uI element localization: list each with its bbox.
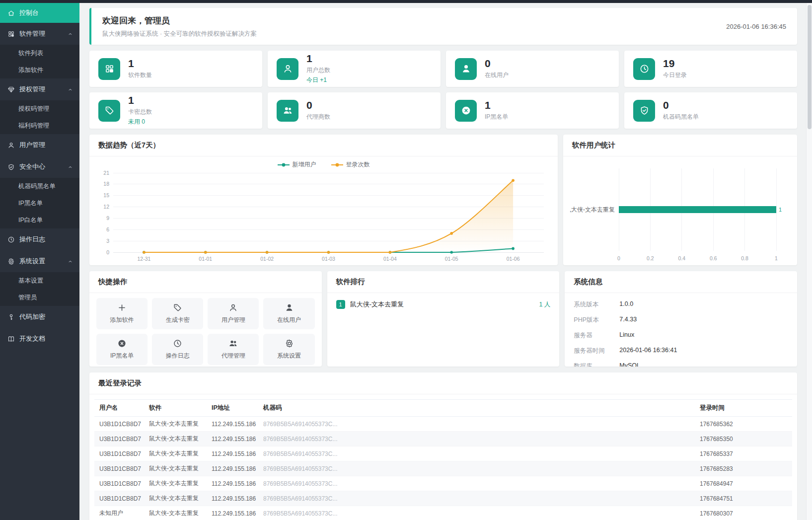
login-records-table-wrap: 用户名软件IP地址机器码登录时间U3B1D1CB8D7鼠大侠-文本去重复112.…	[89, 394, 797, 520]
user-solid-icon	[455, 58, 477, 80]
quick-action-IP黑名单[interactable]: IP黑名单	[96, 334, 148, 365]
stat-label: 卡密总数	[128, 108, 152, 116]
user-icon	[228, 303, 238, 312]
sidebar-item-label: 授权管理	[19, 85, 45, 94]
page-subtitle: 鼠大侠网络验证系统 · 安全可靠的软件授权验证解决方案	[102, 30, 257, 38]
sidebar-item-welfare-code-mgmt[interactable]: 福利码管理	[0, 117, 79, 134]
table-cell: 1767685362	[695, 417, 792, 432]
stat-card: 19今日登录	[624, 51, 797, 87]
sidebar-item-add-software[interactable]: 添加软件	[0, 62, 79, 78]
trend-chart-title: 数据趋势（近7天）	[89, 135, 558, 156]
sidebar-item-license-code-mgmt[interactable]: 授权码管理	[0, 100, 79, 117]
table-cell: 112.249.155.186	[207, 432, 258, 446]
stat-text: 1用户总数今日 +1	[306, 53, 330, 84]
stat-text: 0在线用户	[485, 58, 509, 79]
sidebar-item-code-encryption[interactable]: 代码加密	[0, 306, 79, 328]
software-stats-card: 软件用户统计 00.20.40.60.81鼠大侠-文本去重复1	[563, 135, 797, 265]
stat-value: 1	[128, 58, 152, 69]
welcome-card: 欢迎回来，管理员 鼠大侠网络验证系统 · 安全可靠的软件授权验证解决方案 202…	[89, 8, 797, 45]
table-cell: 鼠大侠-文本去重复	[144, 476, 207, 491]
sidebar-item-label: 用户管理	[19, 141, 45, 149]
table-cell: 112.249.155.186	[207, 417, 258, 432]
system-info-value: 1.0.0	[619, 300, 633, 309]
chevron-up-icon	[68, 31, 74, 37]
svg-text:01-04: 01-04	[383, 256, 397, 262]
software-rank-list: 1鼠大侠-文本去重复1 人	[327, 293, 560, 316]
table-cell: 8769B5B5A6914055373C...	[258, 506, 695, 520]
quick-action-生成卡密[interactable]: 生成卡密	[152, 298, 203, 329]
sidebar-item-basic-settings[interactable]: 基本设置	[0, 272, 79, 289]
svg-text:9: 9	[106, 215, 109, 221]
sidebar-item-label: 操作日志	[19, 235, 45, 244]
tag-icon	[173, 303, 182, 312]
table-cell: 鼠大侠-文本去重复	[144, 491, 207, 506]
stat-label: 今日登录	[663, 71, 687, 79]
sidebar-item-label: 福利码管理	[18, 122, 50, 130]
table-cell: 鼠大侠-文本去重复	[144, 461, 207, 476]
user-solid-icon	[285, 303, 294, 312]
mid-row: 快捷操作 添加软件生成卡密用户管理在线用户IP黑名单操作日志代理管理系统设置 软…	[89, 271, 797, 367]
quick-action-用户管理[interactable]: 用户管理	[208, 298, 259, 329]
table-cell: 8769B5B5A6914055373C...	[258, 476, 695, 491]
gear-icon	[7, 257, 15, 265]
table-row: U3B1D1CB8D7鼠大侠-文本去重复112.249.155.1868769B…	[94, 446, 792, 461]
sidebar-item-software-list[interactable]: 软件列表	[0, 45, 79, 62]
quick-action-添加软件[interactable]: 添加软件	[96, 298, 148, 329]
stat-value: 1	[485, 100, 508, 111]
sidebar-item-ip-blacklist[interactable]: IP黑名单	[0, 195, 79, 212]
table-row: 未知用户鼠大侠-文本去重复112.249.155.1868769B5B5A691…	[94, 506, 792, 520]
table-body: U3B1D1CB8D7鼠大侠-文本去重复112.249.155.1868769B…	[94, 417, 792, 520]
stat-value: 0	[306, 100, 330, 111]
stat-card: 1软件数量	[89, 51, 262, 87]
quick-action-在线用户[interactable]: 在线用户	[263, 298, 314, 329]
sidebar-item-machine-code-blacklist[interactable]: 机器码黑名单	[0, 178, 79, 195]
quick-action-代理管理[interactable]: 代理管理	[208, 334, 259, 365]
rank-count: 1 人	[539, 300, 550, 309]
sidebar-item-software-mgmt[interactable]: 软件管理	[0, 23, 79, 45]
quick-action-系统设置[interactable]: 系统设置	[263, 334, 314, 365]
sidebar-item-security-center[interactable]: 安全中心	[0, 156, 79, 178]
quick-action-操作日志[interactable]: 操作日志	[152, 334, 203, 365]
sidebar-item-dev-docs[interactable]: 开发文档	[0, 328, 79, 350]
legend-marker	[278, 161, 290, 168]
svg-text:21: 21	[103, 170, 109, 176]
sidebar-item-license-mgmt[interactable]: 授权管理	[0, 78, 79, 100]
key-icon	[7, 313, 15, 321]
table-cell: 8769B5B5A6914055373C...	[258, 461, 695, 476]
clock-icon	[173, 339, 182, 348]
legend-label: 新增用户	[293, 160, 316, 169]
sidebar-item-ip-whitelist[interactable]: IP白名单	[0, 212, 79, 228]
sidebar-item-console[interactable]: 控制台	[0, 3, 79, 23]
grid-icon	[7, 30, 15, 38]
main-content: 欢迎回来，管理员 鼠大侠网络验证系统 · 安全可靠的软件授权验证解决方案 202…	[79, 3, 806, 520]
svg-text:0: 0	[106, 249, 109, 255]
sidebar-item-administrator[interactable]: 管理员	[0, 289, 79, 306]
table-cell: 1767685337	[695, 446, 792, 461]
system-info-row: 服务器时间2026-01-06 16:36:41	[574, 343, 788, 359]
scrollbar-thumb[interactable]	[808, 5, 812, 129]
sidebar-item-operation-logs[interactable]: 操作日志	[0, 228, 79, 250]
stat-label: IP黑名单	[485, 113, 508, 121]
sidebar-item-label: 开发文档	[19, 334, 45, 343]
table-cell: 1767685350	[695, 432, 792, 446]
system-info-label: 数据库	[574, 362, 619, 367]
table-cell: 8769B5B5A6914055373C...	[258, 491, 695, 506]
system-info-label: PHP版本	[574, 316, 619, 324]
sidebar-item-label: 安全中心	[19, 162, 45, 171]
scrollbar[interactable]	[806, 3, 812, 520]
trend-chart-body: 新增用户登录次数 03691215182112-3101-0101-0201-0…	[89, 156, 558, 266]
sidebar-item-label: 软件管理	[19, 29, 45, 38]
users-icon	[277, 100, 298, 122]
shield-check-icon	[633, 100, 655, 122]
legend-item-新增用户[interactable]: 新增用户	[278, 160, 316, 169]
sidebar-item-system-settings[interactable]: 系统设置	[0, 250, 79, 272]
rank-name: 鼠大侠-文本去重复	[350, 300, 534, 309]
chart-legend: 新增用户登录次数	[96, 160, 551, 169]
system-info-title: 系统信息	[565, 271, 797, 293]
table-cell: 鼠大侠-文本去重复	[144, 432, 207, 446]
system-info-row: 服务器Linux	[574, 328, 788, 343]
legend-item-登录次数[interactable]: 登录次数	[331, 160, 370, 169]
stat-value: 1	[128, 95, 152, 106]
sidebar-item-user-mgmt[interactable]: 用户管理	[0, 134, 79, 156]
stat-sub: 今日 +1	[306, 76, 330, 84]
